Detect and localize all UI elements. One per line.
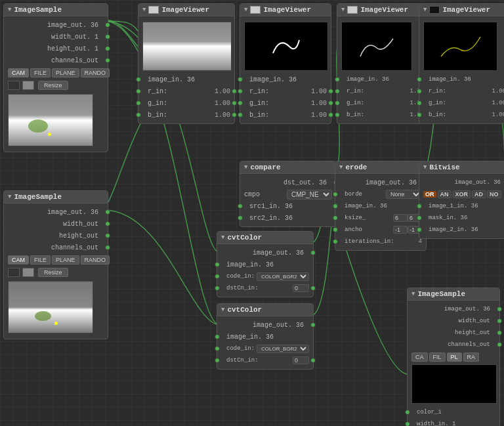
collapse-arrow-iv3[interactable]: ▼ (341, 7, 345, 13)
input-port-borde-erode[interactable] (333, 192, 338, 197)
input-port-dstcn-cvtcolor1[interactable] (215, 286, 220, 291)
output-port-channels-2[interactable] (105, 245, 110, 250)
collapse-arrow-compare[interactable]: ▼ (244, 164, 247, 171)
output-port-height-3[interactable] (497, 330, 502, 335)
plane-button-2[interactable]: PLANE (52, 255, 79, 265)
output-port-image-out-2[interactable] (105, 209, 110, 215)
input-port-b-iv2[interactable] (238, 112, 243, 117)
ksize-v1-erode[interactable] (393, 214, 408, 222)
output-port-image-out-1[interactable] (105, 22, 110, 28)
output-port-width-2[interactable] (105, 221, 110, 226)
input-port-g-iv1[interactable] (136, 100, 141, 106)
file-button-2[interactable]: FILE (30, 255, 51, 265)
input-port-image-erode[interactable] (333, 203, 338, 209)
ad-button-bitwise[interactable]: AD (472, 190, 486, 198)
output-port-height-1[interactable] (105, 46, 110, 51)
input-port-image-iv1[interactable] (136, 77, 141, 82)
collapse-arrow-3[interactable]: ▼ (411, 291, 415, 297)
input-port-b-iv1[interactable] (136, 112, 141, 117)
input-port-image2-bitwise[interactable] (417, 227, 422, 232)
output-port-g-iv1[interactable] (232, 100, 237, 106)
input-port-anchor-erode[interactable] (333, 227, 338, 232)
collapse-arrow-bitwise[interactable]: ▼ (423, 164, 427, 171)
collapse-arrow-cvtcolor2[interactable]: ▼ (221, 307, 224, 313)
code-select-cvtcolor2[interactable]: COLOR_BGR2GRAY COLOR_RGB2GRAY (257, 345, 309, 353)
input-port-code-cvtcolor1[interactable] (215, 274, 220, 279)
output-port-width-3[interactable] (497, 318, 502, 324)
an-button-bitwise[interactable]: AN (438, 190, 452, 198)
no-button-bitwise[interactable]: NO (487, 190, 501, 198)
input-port-b-iv3[interactable] (335, 112, 340, 117)
output-label-width-3: width_out (411, 318, 495, 324)
borde-select-erode[interactable]: None Reflect (386, 190, 422, 199)
xor-button-bitwise[interactable]: XOR (453, 190, 471, 198)
input-port-image-cvtcolor2[interactable] (215, 334, 220, 339)
input-port-iter-erode[interactable] (333, 239, 338, 244)
input-port-r-iv2[interactable] (238, 89, 243, 94)
input-port-b-iv4[interactable] (417, 112, 422, 117)
output-port-r-iv1[interactable] (232, 89, 237, 94)
output-port-dstcn-cvtcolor2[interactable] (310, 358, 316, 363)
input-port-r-iv4[interactable] (417, 89, 422, 94)
output-port-image-out-3[interactable] (497, 307, 502, 312)
node-title-3: ImageSample (417, 290, 465, 298)
output-port-channels-1[interactable] (105, 58, 110, 63)
rando-button-2[interactable]: RANDO (81, 255, 110, 265)
output-port-image-cvtcolor2[interactable] (310, 322, 316, 328)
input-port-image-cvtcolor1[interactable] (215, 262, 220, 267)
output-port-dstcn-cvtcolor1[interactable] (310, 286, 316, 291)
cam-button-1[interactable]: CAM (8, 68, 29, 77)
ca-button-3[interactable]: CA (411, 352, 428, 362)
input-port-src2-compare[interactable] (238, 215, 243, 221)
output-port-b-iv2[interactable] (328, 112, 333, 117)
output-port-channels-3[interactable] (497, 342, 502, 347)
input-port-mask-bitwise[interactable] (417, 215, 422, 221)
pl-button-3[interactable]: PL (447, 352, 462, 362)
cmpo-select-compare[interactable]: CMP_NE CMP_EQ CMP_GT (287, 190, 332, 200)
input-port-src1-compare[interactable] (238, 203, 243, 209)
plane-button-1[interactable]: PLANE (52, 68, 79, 77)
cam-button-2[interactable]: CAM (8, 255, 29, 265)
input-port-dstcn-cvtcolor2[interactable] (215, 358, 220, 363)
input-port-color-3[interactable] (405, 410, 410, 415)
collapse-arrow-iv2[interactable]: ▼ (244, 7, 247, 13)
collapse-arrow-iv1[interactable]: ▼ (142, 7, 146, 13)
input-port-width-3[interactable] (405, 421, 410, 426)
collapse-arrow-2[interactable]: ▼ (8, 194, 11, 200)
dstcn-input-cvtcolor2[interactable] (293, 356, 309, 364)
input-port-ksize-erode[interactable] (333, 215, 338, 221)
output-port-b-iv1[interactable] (232, 112, 237, 117)
output-port-r-iv2[interactable] (328, 89, 333, 94)
ra-button-3[interactable]: RA (463, 352, 480, 362)
output-port-image-cvtcolor1[interactable] (310, 250, 316, 255)
input-port-image1-bitwise[interactable] (417, 203, 422, 209)
rando-button-1[interactable]: RANDO (81, 68, 110, 77)
input-port-image-iv4[interactable] (417, 77, 422, 82)
anchor-v1-erode[interactable] (393, 226, 408, 234)
collapse-arrow-cvtcolor1[interactable]: ▼ (221, 234, 224, 241)
input-port-g-iv3[interactable] (335, 100, 340, 106)
input-port-g-iv4[interactable] (417, 100, 422, 106)
dstcn-input-cvtcolor1[interactable] (293, 284, 309, 292)
input-port-code-cvtcolor2[interactable] (215, 346, 220, 351)
output-port-width-1[interactable] (105, 34, 110, 39)
input-port-image-iv3[interactable] (335, 77, 340, 82)
resize-button-2[interactable]: Resize (38, 268, 68, 277)
resize-button-1[interactable]: Resize (38, 81, 68, 90)
input-port-r-iv1[interactable] (136, 89, 141, 94)
collapse-arrow-1[interactable]: ▼ (8, 7, 11, 13)
output-port-g-iv2[interactable] (328, 100, 333, 106)
file-button-1[interactable]: FILE (30, 68, 51, 77)
input-port-r-iv3[interactable] (335, 89, 340, 94)
code-select-cvtcolor1[interactable]: COLOR_BGR2GRAY COLOR_RGB2GRAY (257, 272, 309, 281)
or-button-bitwise[interactable]: OR (423, 191, 436, 198)
input-port-image-iv2[interactable] (238, 77, 243, 82)
input-port-g-iv2[interactable] (238, 100, 243, 106)
output-label-channels-2: channels_out (8, 244, 104, 251)
param-value-b-iv4: 1.00 (492, 112, 504, 118)
collapse-arrow-iv4[interactable]: ▼ (423, 7, 427, 13)
fil-button-3[interactable]: FIL (429, 352, 446, 362)
param-label-b-iv2: b_in: (244, 112, 311, 119)
output-port-height-2[interactable] (105, 233, 110, 238)
collapse-arrow-erode[interactable]: ▼ (339, 164, 343, 171)
